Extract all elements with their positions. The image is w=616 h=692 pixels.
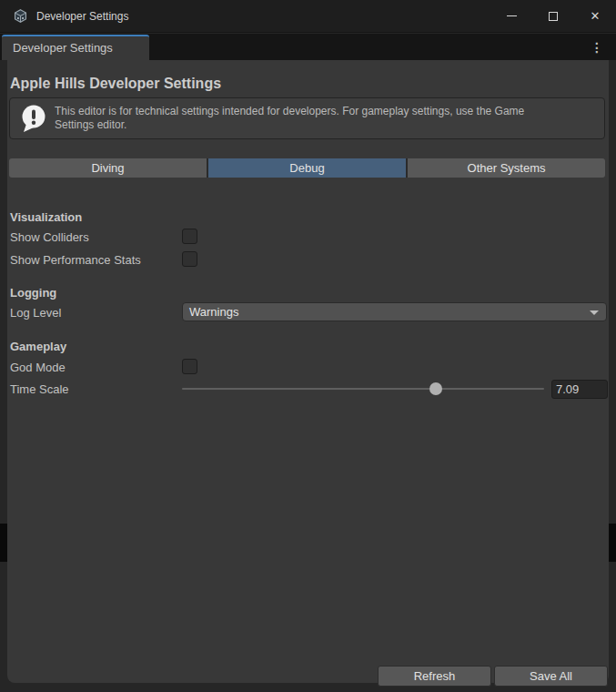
god-mode-label: God Mode	[10, 361, 66, 374]
save-all-button[interactable]: Save All	[494, 666, 608, 687]
section-logging: Logging	[10, 286, 56, 300]
page-title: Apple Hills Developer Settings	[10, 76, 221, 92]
log-level-value: Warnings	[189, 305, 238, 319]
time-scale-slider[interactable]	[182, 388, 544, 390]
tab-diving[interactable]: Diving	[9, 158, 208, 178]
show-performance-stats-checkbox[interactable]	[182, 251, 197, 267]
minimize-button[interactable]	[490, 0, 532, 32]
chevron-down-icon	[590, 310, 599, 315]
editor-tabbar: Developer Settings ⋮	[0, 34, 616, 60]
minimize-icon	[507, 15, 517, 16]
category-toolbar: Diving Debug Other Systems	[9, 158, 605, 178]
time-scale-label: Time Scale	[10, 382, 69, 396]
settings-panel: Apple Hills Developer Settings This edit…	[7, 60, 609, 683]
log-level-label: Log Level	[10, 306, 61, 320]
kebab-menu-icon[interactable]: ⋮	[590, 38, 604, 56]
log-level-dropdown[interactable]: Warnings	[182, 302, 607, 321]
close-button[interactable]: ✕	[574, 0, 616, 32]
window-title: Developer Settings	[36, 10, 128, 23]
show-performance-stats-label: Show Performance Stats	[10, 253, 141, 267]
maximize-icon	[549, 12, 558, 21]
close-icon: ✕	[591, 10, 601, 22]
window-edge-left	[0, 524, 7, 562]
notice-text: This editor is for technical settings in…	[55, 105, 560, 132]
window-edge-right	[609, 524, 616, 562]
app-cube-icon	[13, 8, 28, 24]
god-mode-checkbox[interactable]	[182, 359, 197, 374]
section-gameplay: Gameplay	[10, 340, 66, 353]
show-colliders-checkbox[interactable]	[182, 229, 197, 244]
section-visualization: Visualization	[10, 210, 82, 224]
tab-other-systems[interactable]: Other Systems	[408, 158, 605, 178]
maximize-button[interactable]	[532, 0, 574, 32]
tab-developer-settings[interactable]: Developer Settings	[2, 35, 149, 60]
window-titlebar: Developer Settings ✕	[0, 0, 616, 33]
refresh-button[interactable]: Refresh	[378, 666, 491, 687]
time-scale-slider-handle[interactable]	[429, 382, 442, 395]
show-colliders-label: Show Colliders	[10, 230, 89, 244]
tab-debug[interactable]: Debug	[208, 158, 408, 178]
developer-notice-box: This editor is for technical settings in…	[9, 97, 605, 139]
info-speech-bubble-icon	[19, 104, 48, 133]
time-scale-value-field[interactable]	[551, 380, 608, 399]
